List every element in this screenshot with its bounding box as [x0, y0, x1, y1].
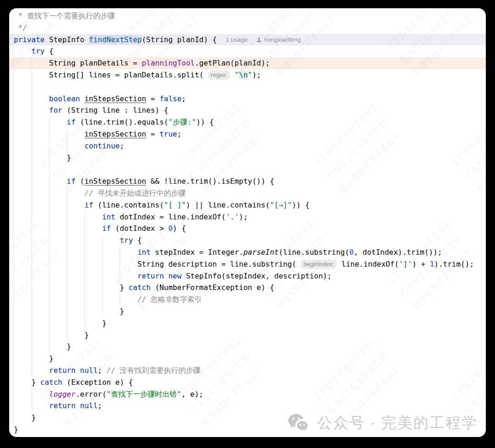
code-line: } catch (Exception e) { [9, 377, 486, 388]
code-token: ; [98, 401, 102, 410]
code-token: catch [128, 283, 150, 292]
code-token: } [120, 283, 128, 292]
code-token: , dotIndex).trim()); [354, 248, 442, 257]
code-line: String[] lines = planDetails.split( rege… [9, 69, 486, 81]
indent-guide [14, 223, 32, 235]
indent-guide [32, 400, 50, 412]
code-token [80, 94, 85, 103]
code-token: if [67, 177, 76, 186]
code-token: 1 [430, 260, 434, 268]
code-token: .error( [76, 390, 106, 399]
code-token: } [102, 319, 107, 328]
code-token: ).trim(); [434, 260, 474, 268]
indent-guide [32, 270, 50, 282]
indent-guide [32, 365, 50, 377]
parameter-hint-pill: beginIndex: [301, 260, 337, 269]
indent-guide [67, 128, 85, 140]
code-token: ; [98, 366, 106, 375]
code-token: parseInt [243, 248, 279, 257]
indent-guide [14, 69, 32, 81]
code-line [9, 81, 486, 93]
indent-guide [32, 164, 50, 175]
indent-guide [14, 294, 32, 306]
code-token: */ [14, 23, 27, 32]
code-line: // 忽略非数字索引 [9, 294, 486, 306]
indent-guide [49, 199, 67, 211]
code-token: (dotIndex > [111, 224, 168, 233]
code-token: false [160, 94, 182, 103]
code-token: = [146, 94, 160, 103]
indent-guide [14, 365, 32, 377]
code-token: } [120, 307, 124, 316]
code-line: * 查找下一个需要执行的步骤 [9, 10, 486, 22]
indent-guide [67, 140, 85, 152]
code-token: ']' [399, 260, 412, 268]
code-token: line.indexOf( [337, 260, 399, 268]
indent-guide [14, 329, 32, 341]
code-token [76, 366, 80, 375]
code-token: null [80, 401, 98, 410]
code-token: private [14, 35, 44, 44]
indent-guide [67, 246, 85, 258]
code-token: } [84, 331, 89, 339]
indent-guide [84, 246, 102, 258]
code-token: .getPlan(planId); [195, 59, 270, 67]
code-token: int [138, 248, 151, 257]
indent-guide [84, 306, 102, 317]
code-token: return [138, 272, 164, 280]
code-token: true [160, 130, 177, 138]
indent-guide [32, 294, 50, 306]
indent-guide [67, 258, 85, 270]
code-token: if [67, 118, 76, 126]
code-line: // 寻找未开始或进行中的步骤 [9, 187, 486, 199]
parameter-hint-pill: regex: [208, 71, 230, 80]
indent-guide [32, 199, 50, 211]
code-token: { [133, 236, 142, 245]
code-line: String planDetails = planningTool.getPla… [9, 57, 486, 69]
code-line: int dotIndex = line.indexOf('.'); [9, 211, 486, 223]
brand-watermark: 公众号 · 完美的工程学 [287, 413, 478, 433]
code-line: boolean inStepsSection = false; [9, 93, 486, 105]
indent-guide [49, 152, 67, 164]
indent-guide [84, 258, 102, 270]
code-token: logger [49, 390, 76, 399]
usages-hint: 1 usage [226, 36, 248, 43]
code-token: try [120, 236, 133, 245]
indent-guide [14, 187, 32, 199]
indent-guide [14, 199, 32, 211]
indent-guide [67, 223, 85, 235]
indent-guide [14, 258, 32, 270]
code-token: } [67, 153, 72, 162]
indent-guide [32, 81, 50, 93]
code-line: return null; // 没有找到需要执行的步骤 [9, 365, 486, 377]
indent-guide [32, 223, 50, 235]
indent-guide [32, 93, 50, 105]
code-line: if (dotIndex > 0) { [9, 223, 486, 235]
code-line: logger.error("查找下一步骤时出错", e); [9, 388, 486, 400]
code-token: StepInfo(stepIndex, description); [182, 272, 332, 280]
indent-guide [102, 306, 120, 317]
code-token: } [67, 342, 72, 351]
code-token: (String planId) { [142, 35, 217, 44]
code-token [76, 401, 80, 410]
indent-guide [49, 235, 67, 246]
indent-guide [14, 282, 32, 294]
indent-guide [32, 128, 50, 140]
indent-guide [67, 317, 85, 329]
indent-guide [102, 235, 120, 246]
indent-guide [32, 329, 50, 341]
indent-guide [84, 211, 102, 223]
indent-guide [14, 353, 32, 365]
code-editor[interactable]: * 查找下一个需要执行的步骤 */private StepInfo findNe… [9, 8, 486, 436]
code-token: ); [252, 71, 261, 79]
indent-guide [14, 270, 32, 282]
indent-guide [67, 294, 85, 306]
code-token: inStepsSection [84, 94, 146, 103]
indent-guide [84, 223, 102, 235]
indent-guide [120, 294, 138, 306]
indent-guide [32, 69, 50, 81]
indent-guide [14, 377, 32, 388]
indent-guide [49, 140, 67, 152]
code-line: */ [9, 22, 486, 34]
indent-guide [84, 294, 102, 306]
